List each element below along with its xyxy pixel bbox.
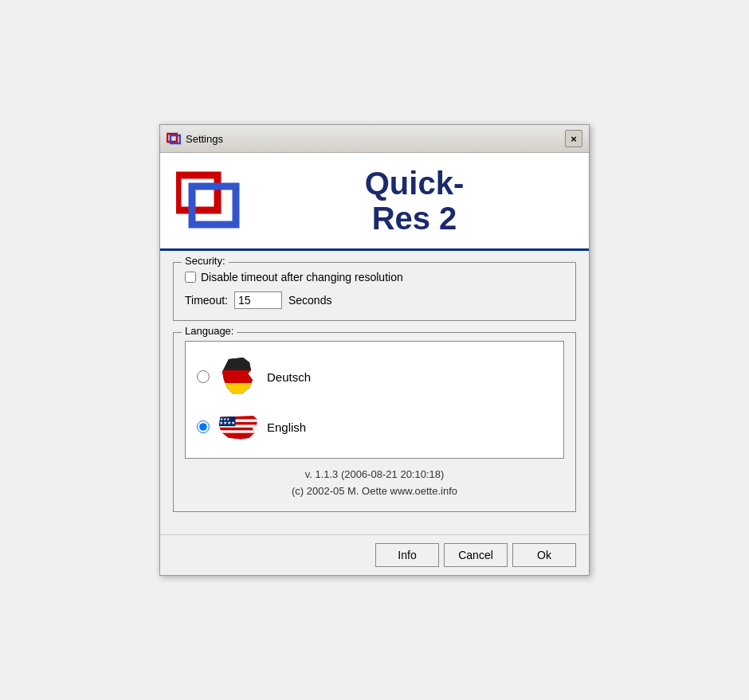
disable-timeout-checkbox[interactable]: [185, 272, 196, 283]
lang-option-de[interactable]: Deutsch: [192, 350, 557, 404]
security-group-label: Security:: [182, 255, 229, 267]
flag-us-icon: ★★★★ ★★★: [218, 410, 259, 444]
svg-rect-8: [221, 383, 256, 397]
security-group: Security: Disable timeout after changing…: [173, 262, 576, 321]
flag-de-icon: [218, 356, 259, 397]
svg-rect-17: [218, 433, 259, 440]
svg-rect-16: [218, 431, 259, 433]
timeout-label: Timeout:: [185, 294, 228, 307]
disable-timeout-label: Disable timeout after changing resolutio…: [201, 271, 403, 284]
svg-rect-2: [178, 175, 218, 210]
timeout-input[interactable]: [234, 291, 282, 309]
timeout-row: Timeout: Seconds: [185, 291, 564, 309]
language-group: Language:: [173, 332, 576, 512]
settings-window: Settings × Quick- Res 2 Security: Disabl…: [159, 124, 590, 576]
version-info: v. 1.1.3 (2006-08-21 20:10:18) (c) 2002-…: [185, 467, 564, 500]
disable-timeout-row: Disable timeout after changing resolutio…: [185, 271, 564, 284]
info-button[interactable]: Info: [375, 543, 439, 567]
lang-label-en: English: [267, 420, 306, 434]
ok-button[interactable]: Ok: [512, 543, 576, 567]
title-bar-text: Settings: [186, 133, 223, 145]
close-button[interactable]: ×: [565, 130, 582, 147]
lang-radio-de[interactable]: [197, 370, 210, 383]
app-icon: [167, 131, 181, 146]
title-bar: Settings ×: [160, 125, 589, 153]
svg-rect-7: [221, 370, 256, 383]
header-section: Quick- Res 2: [160, 153, 589, 251]
version-line1: v. 1.1.3 (2006-08-21 20:10:18): [185, 467, 564, 483]
app-title-line2: Res 2: [256, 201, 573, 236]
lang-option-en[interactable]: ★★★★ ★★★ English: [192, 404, 557, 450]
svg-rect-6: [221, 358, 256, 370]
logo-icon: [176, 169, 240, 233]
title-bar-left: Settings: [167, 131, 223, 146]
language-list: Deutsch: [185, 341, 564, 459]
app-title-line1: Quick-: [256, 166, 573, 201]
seconds-label: Seconds: [288, 294, 331, 307]
version-line2: (c) 2002-05 M. Oette www.oette.info: [185, 483, 564, 500]
cancel-button[interactable]: Cancel: [444, 543, 508, 567]
app-title: Quick- Res 2: [256, 166, 573, 236]
content: Security: Disable timeout after changing…: [160, 251, 589, 534]
language-group-label: Language:: [182, 325, 237, 337]
svg-rect-15: [218, 428, 259, 430]
svg-text:★★★: ★★★: [220, 416, 230, 421]
footer: Info Cancel Ok: [160, 534, 589, 575]
lang-label-de: Deutsch: [267, 370, 311, 384]
lang-radio-en[interactable]: [197, 420, 210, 433]
